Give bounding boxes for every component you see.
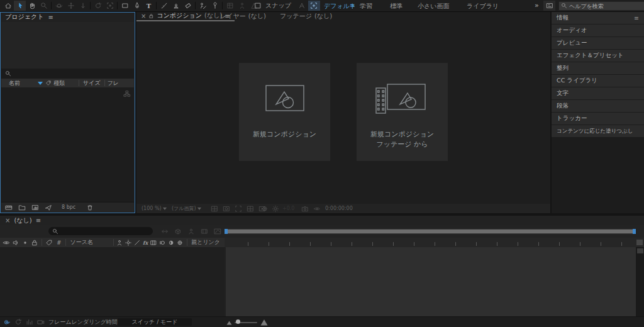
quality-icon[interactable] — [133, 239, 141, 247]
zoom-slider-knob[interactable] — [236, 319, 240, 324]
hand-tool-icon[interactable] — [26, 1, 38, 11]
column-index[interactable]: # — [57, 240, 62, 246]
sort-arrow-icon[interactable] — [38, 82, 43, 85]
zoom-in-mountain-icon[interactable] — [260, 319, 268, 326]
time-ruler[interactable] — [225, 238, 644, 247]
panel-cc-libraries[interactable]: CC ライブラリ — [552, 75, 644, 87]
workspace-overflow-chevron[interactable]: » — [535, 1, 539, 9]
type-tool-icon[interactable]: T — [143, 1, 155, 11]
interpret-footage-icon[interactable] — [5, 204, 13, 211]
scrollbar-thumb[interactable] — [637, 248, 643, 253]
column-source-name[interactable]: ソース名 — [70, 238, 93, 247]
lock-icon[interactable] — [31, 239, 38, 247]
dolly-camera-tool-icon[interactable] — [77, 1, 89, 11]
solo-icon[interactable] — [21, 239, 29, 247]
timeline-search-field[interactable] — [48, 227, 153, 235]
mask-visibility-icon[interactable] — [223, 205, 230, 213]
render-performance-icon[interactable] — [3, 318, 11, 326]
project-settings-icon[interactable] — [45, 204, 52, 211]
roto-brush-tool-icon[interactable] — [197, 1, 209, 11]
timeline-scrollbar[interactable] — [636, 247, 644, 317]
rectangle-tool-icon[interactable] — [119, 1, 131, 11]
timeline-zoom-bar[interactable] — [225, 230, 636, 233]
motion-blur-switch-icon[interactable] — [158, 239, 166, 247]
graph-editor-icon[interactable] — [214, 228, 221, 235]
shy-layers-icon[interactable] — [187, 228, 195, 235]
puppet-pin-tool-icon[interactable] — [209, 1, 221, 11]
project-search-field[interactable] — [1, 69, 134, 79]
project-panel-tab[interactable]: プロジェクト ≡ — [1, 13, 135, 21]
audio-speaker-icon[interactable] — [12, 239, 19, 247]
clone-stamp-tool-icon[interactable] — [170, 1, 182, 11]
frame-blend-switch-icon[interactable] — [150, 239, 157, 247]
zoom-bar-left-handle[interactable] — [225, 229, 228, 234]
new-composition-button[interactable]: 新規コンポジション — [239, 63, 330, 161]
live-update-icon[interactable] — [14, 318, 22, 326]
snapshot-camera-icon[interactable] — [301, 205, 309, 213]
panel-menu-icon[interactable]: ≡ — [634, 14, 639, 21]
exposure-value[interactable]: +0.0 — [282, 206, 294, 211]
orbit-camera-tool-icon[interactable] — [53, 1, 65, 11]
eraser-tool-icon[interactable] — [182, 1, 194, 11]
panel-character[interactable]: 文字 — [552, 87, 644, 99]
home-icon[interactable] — [2, 1, 14, 11]
panel-content-aware-fill[interactable]: コンテンツに応じた塗りつぶし — [552, 125, 644, 137]
3d-layer-switch-icon[interactable] — [176, 239, 184, 247]
frame-blending-icon[interactable] — [201, 228, 208, 235]
project-panel-menu-icon[interactable]: ≡ — [48, 14, 53, 21]
resolution-dropdown[interactable]: (フル画質) — [172, 204, 201, 213]
brush-tool-icon[interactable] — [158, 1, 170, 11]
region-of-interest-icon[interactable] — [235, 205, 242, 213]
zoom-bar-right-handle[interactable] — [633, 229, 636, 234]
panel-align[interactable]: 整列 — [552, 62, 644, 74]
timeline-tab[interactable]: × (なし) ≡ — [0, 216, 644, 225]
ruler-corner-widget[interactable] — [636, 240, 643, 245]
track-area[interactable] — [226, 247, 636, 317]
rotation-tool-icon[interactable] — [92, 1, 104, 11]
close-icon[interactable]: × — [141, 13, 146, 19]
pen-tool-icon[interactable] — [131, 1, 143, 11]
pan-camera-tool-icon[interactable] — [65, 1, 77, 11]
new-composition-icon[interactable] — [31, 204, 39, 211]
close-icon[interactable]: × — [5, 217, 10, 224]
fx-switch-icon[interactable]: fx — [143, 240, 148, 246]
panel-menu-icon[interactable]: ≡ — [36, 217, 41, 224]
camera-icon[interactable] — [37, 318, 45, 326]
snap-extend-icon[interactable] — [308, 1, 320, 11]
adjustment-layer-icon[interactable] — [167, 239, 175, 247]
panel-tracker[interactable]: トラッカー — [552, 113, 644, 125]
snap-checkbox-icon[interactable] — [252, 1, 264, 11]
trash-icon[interactable] — [86, 204, 94, 211]
grid-guides-icon[interactable] — [211, 205, 218, 213]
snap-option-icon[interactable] — [296, 1, 308, 11]
draft-3d-icon[interactable] — [174, 228, 182, 235]
column-parent-link[interactable]: 親とリンク — [191, 238, 220, 247]
tab-footage[interactable]: フッテージ (なし) — [275, 12, 336, 21]
panel-effects-presets[interactable]: エフェクト＆プリセット — [552, 50, 644, 62]
workspace-tab-standard[interactable]: 標準 — [390, 2, 402, 11]
new-folder-icon[interactable] — [18, 204, 26, 211]
column-frame-rate[interactable]: フレ — [108, 79, 119, 87]
panel-paragraph[interactable]: 段落 — [552, 100, 644, 112]
layer-list-area[interactable] — [0, 247, 225, 317]
snap-label[interactable]: スナップ — [265, 1, 291, 10]
workspace-tab-libraries[interactable]: ライブラリ — [467, 2, 499, 11]
column-type[interactable]: 種類 — [53, 79, 65, 87]
panel-preview[interactable]: プレビュー — [552, 37, 644, 49]
collapse-transformations-icon[interactable] — [125, 239, 132, 247]
new-composition-from-footage-button[interactable]: 新規コンポジション フッテージ から — [357, 63, 448, 161]
help-search-input[interactable] — [558, 1, 644, 11]
workspace-tab-small-screen[interactable]: 小さい画面 — [418, 2, 449, 11]
tab-layer[interactable]: レイヤー (なし) — [216, 12, 270, 21]
video-eye-icon[interactable] — [3, 239, 10, 247]
zoom-out-mountain-icon[interactable] — [226, 320, 232, 325]
column-name[interactable]: 名前 — [9, 79, 20, 87]
magnification-dropdown[interactable]: (100 %) — [142, 204, 167, 213]
panel-info[interactable]: 情報 ≡ — [552, 12, 644, 24]
label-color-icon[interactable] — [45, 80, 52, 86]
selection-tool-icon[interactable] — [14, 1, 26, 11]
shy-switch-icon[interactable] — [116, 239, 123, 247]
workspace-menu-icon[interactable]: ≡ — [350, 2, 355, 9]
color-channels-icon[interactable] — [261, 205, 269, 213]
bit-depth-indicator[interactable]: 8 bpc — [62, 204, 75, 210]
